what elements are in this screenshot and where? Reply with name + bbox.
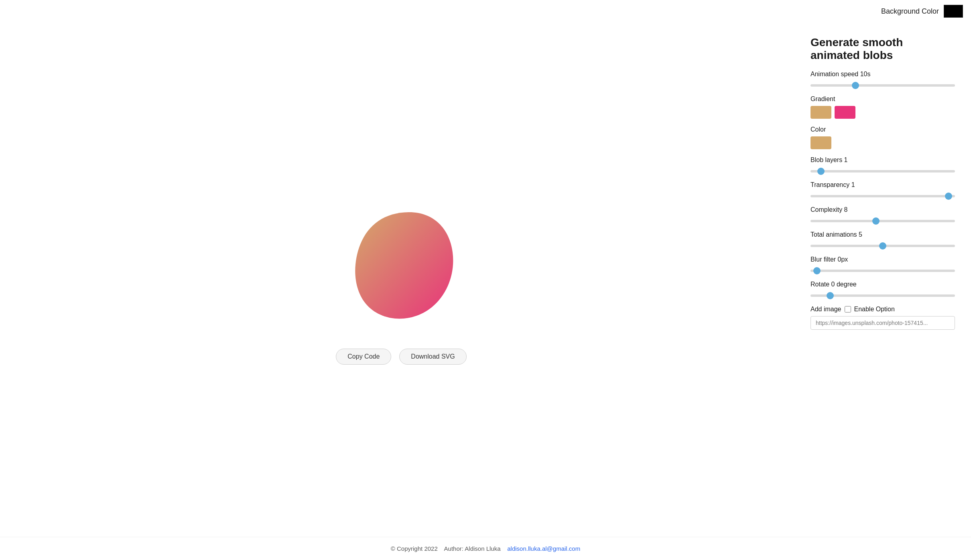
footer-email-link[interactable]: aldison.lluka.al@gmail.com: [507, 545, 580, 552]
enable-option-checkbox[interactable]: [845, 306, 851, 312]
blob-layers-slider[interactable]: [811, 170, 955, 172]
panel-title: Generate smooth animated blobs: [811, 36, 955, 62]
transparency-label: Transparency 1: [811, 181, 955, 189]
transparency-slider-wrapper: [811, 192, 955, 199]
add-image-group: Add image Enable Option: [811, 306, 955, 330]
color-swatch[interactable]: [811, 136, 831, 149]
rotate-slider-wrapper: [811, 291, 955, 298]
download-svg-button[interactable]: Download SVG: [399, 349, 466, 365]
gradient-group: Gradient: [811, 95, 955, 119]
add-image-label: Add image: [811, 306, 841, 313]
bg-color-label: Background Color: [881, 7, 939, 16]
transparency-slider[interactable]: [811, 195, 955, 197]
animation-speed-label: Animation speed 10s: [811, 71, 955, 78]
gradient-color1-swatch[interactable]: [811, 106, 831, 119]
rotate-label: Rotate 0 degree: [811, 281, 955, 288]
top-bar: Background Color: [873, 0, 971, 22]
complexity-label: Complexity 8: [811, 206, 955, 213]
left-panel: Copy Code Download SVG: [0, 24, 802, 537]
image-url-input[interactable]: [811, 316, 955, 330]
blob-layers-group: Blob layers 1: [811, 156, 955, 174]
background-color-swatch[interactable]: [944, 5, 963, 18]
main-content: Copy Code Download SVG Generate smooth a…: [0, 0, 971, 537]
transparency-group: Transparency 1: [811, 181, 955, 199]
gradient-label: Gradient: [811, 95, 955, 103]
color-label: Color: [811, 126, 955, 133]
add-image-row: Add image Enable Option: [811, 306, 955, 313]
copy-code-button[interactable]: Copy Code: [336, 349, 391, 365]
blur-filter-label: Blur filter 0px: [811, 256, 955, 263]
blur-filter-group: Blur filter 0px: [811, 256, 955, 274]
color-group: Color: [811, 126, 955, 149]
blob-preview: [337, 196, 465, 333]
total-animations-slider-wrapper: [811, 241, 955, 249]
color-swatches: [811, 136, 955, 149]
blob-svg: [341, 200, 461, 329]
footer-author: Author: Aldison Lluka: [444, 545, 501, 552]
animation-speed-slider-wrapper: [811, 81, 955, 88]
blur-filter-slider[interactable]: [811, 270, 955, 272]
complexity-group: Complexity 8: [811, 206, 955, 224]
total-animations-label: Total animations 5: [811, 231, 955, 238]
gradient-color2-swatch[interactable]: [835, 106, 855, 119]
right-panel: Generate smooth animated blobs Animation…: [802, 24, 971, 537]
blur-filter-slider-wrapper: [811, 266, 955, 274]
total-animations-slider[interactable]: [811, 245, 955, 247]
enable-option-label: Enable Option: [854, 306, 895, 313]
total-animations-group: Total animations 5: [811, 231, 955, 249]
complexity-slider[interactable]: [811, 220, 955, 222]
complexity-slider-wrapper: [811, 217, 955, 224]
animation-speed-group: Animation speed 10s: [811, 71, 955, 88]
footer-copyright: © Copyright 2022: [391, 545, 438, 552]
rotate-slider[interactable]: [811, 294, 955, 297]
blob-layers-slider-wrapper: [811, 167, 955, 174]
animation-speed-slider[interactable]: [811, 84, 955, 87]
action-buttons: Copy Code Download SVG: [336, 349, 466, 365]
blob-layers-label: Blob layers 1: [811, 156, 955, 164]
rotate-group: Rotate 0 degree: [811, 281, 955, 298]
footer: © Copyright 2022 Author: Aldison Lluka a…: [0, 537, 971, 560]
gradient-swatches: [811, 106, 955, 119]
